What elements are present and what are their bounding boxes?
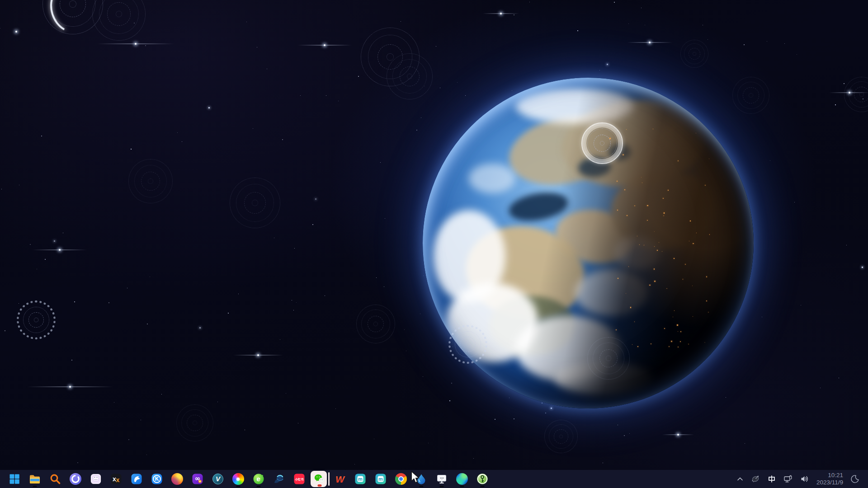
network-ethernet-icon bbox=[783, 475, 793, 483]
star bbox=[844, 83, 844, 84]
explorer-icon bbox=[29, 473, 41, 485]
system-tray: 10:21 2023/11/9 bbox=[735, 470, 868, 488]
do-not-disturb-button[interactable] bbox=[848, 471, 862, 487]
taskbar-item-monitor[interactable] bbox=[431, 470, 452, 488]
network-button[interactable] bbox=[781, 471, 795, 487]
taskbar-item-firefox[interactable] bbox=[167, 470, 187, 488]
taskbar-pinned-apps: xx K ∞ V e 小红书 bbox=[0, 470, 492, 488]
star bbox=[282, 139, 283, 140]
monitor-icon bbox=[436, 473, 448, 485]
disc-inner-ring bbox=[34, 318, 38, 322]
taskbar-item-se360[interactable]: e bbox=[248, 470, 269, 488]
star bbox=[128, 439, 129, 440]
running-indicator bbox=[33, 486, 37, 487]
taskbar-item-wps[interactable]: W bbox=[330, 470, 350, 488]
disc-inner-ring bbox=[693, 52, 696, 55]
running-indicator bbox=[460, 486, 464, 487]
disc-ornament bbox=[448, 325, 487, 364]
taskbar-item-eagle[interactable] bbox=[126, 470, 146, 488]
taskbar-item-vapp[interactable]: V bbox=[208, 470, 228, 488]
disc-inner-ring bbox=[466, 342, 470, 346]
taskbar-item-kugou[interactable]: K bbox=[146, 470, 167, 488]
star bbox=[835, 104, 836, 105]
star-core bbox=[649, 42, 651, 43]
star-core bbox=[257, 354, 259, 356]
taskbar-item-maxthon[interactable]: m bbox=[350, 470, 370, 488]
taskbar-item-search[interactable] bbox=[45, 470, 65, 488]
running-indicator bbox=[236, 486, 240, 487]
star-core bbox=[15, 31, 17, 33]
disc-inner-ring bbox=[859, 92, 863, 96]
star bbox=[199, 327, 201, 328]
taskbar-item-rainmeter[interactable] bbox=[411, 470, 431, 488]
hidden-icons-chevron-button[interactable] bbox=[735, 471, 745, 487]
disc-inner-ring bbox=[148, 178, 153, 184]
star bbox=[551, 408, 552, 409]
svg-text:e: e bbox=[256, 475, 260, 483]
star bbox=[5, 330, 5, 331]
device-icon bbox=[90, 473, 102, 485]
xhs-icon: 小红书 bbox=[293, 473, 305, 485]
star-core bbox=[500, 13, 502, 14]
disc-ornament bbox=[581, 122, 623, 164]
star bbox=[416, 130, 417, 131]
disc-ornament bbox=[544, 420, 578, 453]
volume-button[interactable] bbox=[798, 471, 811, 487]
vapp-icon: V bbox=[212, 473, 224, 485]
svg-text:小红书: 小红书 bbox=[294, 478, 304, 481]
star bbox=[577, 30, 578, 31]
star-core bbox=[59, 249, 61, 251]
star bbox=[41, 136, 42, 136]
taskbar-item-xhs[interactable]: 小红书 bbox=[289, 470, 309, 488]
wps-icon: W bbox=[334, 473, 346, 485]
taskbar-item-start[interactable] bbox=[4, 470, 24, 488]
taskbar-item-pinwheel[interactable] bbox=[228, 470, 248, 488]
keepass-icon bbox=[476, 473, 488, 485]
star bbox=[30, 244, 31, 245]
ime-indicator-button[interactable] bbox=[765, 471, 778, 487]
star-core bbox=[677, 434, 679, 436]
taskbar-item-maxthon2[interactable]: m bbox=[370, 470, 391, 488]
taskbar-item-explorer[interactable] bbox=[24, 470, 45, 488]
star bbox=[614, 2, 615, 3]
svg-text:K: K bbox=[155, 476, 159, 482]
moon-icon bbox=[850, 474, 859, 483]
taskbar-item-edge[interactable] bbox=[452, 470, 472, 488]
desktop-screen: xx K ∞ V e 小红书 bbox=[0, 0, 868, 488]
chevron-up-icon bbox=[737, 476, 743, 482]
clock[interactable]: 10:21 2023/11/9 bbox=[815, 471, 845, 487]
star bbox=[208, 107, 210, 108]
taskbar-item-device[interactable] bbox=[85, 470, 106, 488]
star-core bbox=[324, 44, 326, 46]
star bbox=[54, 240, 55, 242]
taskbar-item-wechat[interactable] bbox=[309, 470, 330, 488]
disc-inner-ring bbox=[387, 53, 393, 60]
maxthon-icon: m bbox=[354, 473, 366, 485]
star bbox=[514, 14, 514, 15]
running-indicator bbox=[256, 486, 260, 487]
edge-icon bbox=[456, 473, 468, 485]
star bbox=[514, 418, 514, 419]
taskbar-item-comet[interactable] bbox=[269, 470, 289, 488]
star bbox=[145, 45, 146, 46]
taskbar-item-infinity[interactable]: ∞ bbox=[187, 470, 208, 488]
disc-ornament bbox=[230, 178, 280, 228]
star bbox=[77, 462, 78, 463]
disc-ornament bbox=[732, 77, 769, 114]
disc-inner-ring bbox=[373, 322, 378, 326]
running-indicator bbox=[439, 486, 443, 487]
star bbox=[45, 259, 46, 260]
se360-icon: e bbox=[253, 473, 264, 485]
taskbar-item-xx[interactable]: xx bbox=[106, 470, 126, 488]
star bbox=[545, 413, 546, 413]
disc-inner-ring bbox=[193, 421, 197, 425]
taskbar-item-keepass[interactable] bbox=[472, 470, 492, 488]
satellite-dish-icon bbox=[751, 474, 760, 483]
volume-icon bbox=[800, 474, 809, 483]
chrome-icon bbox=[395, 473, 407, 485]
taskbar-item-chrome[interactable] bbox=[391, 470, 411, 488]
ime-chinese-icon bbox=[768, 475, 776, 483]
tray-app-button[interactable] bbox=[749, 471, 762, 487]
taskbar-item-loop[interactable] bbox=[65, 470, 85, 488]
star bbox=[542, 403, 542, 404]
